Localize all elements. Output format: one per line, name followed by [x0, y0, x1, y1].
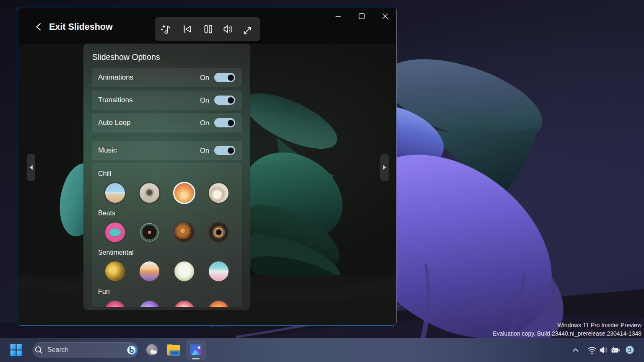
- svg-text:9: 9: [628, 346, 631, 353]
